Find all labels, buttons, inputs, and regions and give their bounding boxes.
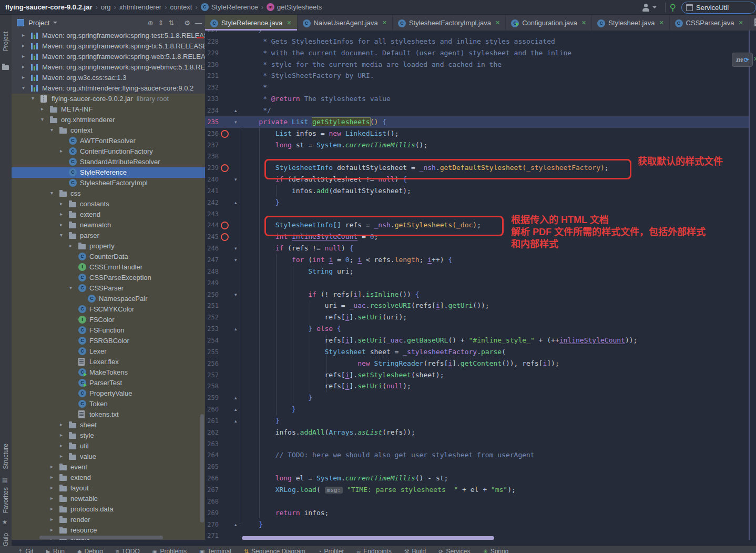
tree-item-org-xhtmlrenderer[interactable]: ▾org.xhtmlrenderer [12, 115, 205, 125]
stripe-favorites-button[interactable]: Favorites [2, 487, 9, 513]
fold-marker-icon[interactable]: ▾ [234, 289, 237, 300]
statusbar-item-services[interactable]: ⟳Services [438, 548, 470, 553]
tree-item-maven-org-springframework-spring-webmvc-5-1-8-release[interactable]: ▸Maven: org.springframework:spring-webmv… [12, 62, 205, 73]
tree-item-resource[interactable]: ▸resource [12, 525, 205, 536]
statusbar-item-spring[interactable]: ✳Spring [483, 548, 508, 553]
chevron-down-icon[interactable] [652, 6, 657, 8]
tree-item-maven-org-xhtmlrenderer-flying-saucer-core-9-0-2[interactable]: ▾Maven: org.xhtmlrenderer:flying-saucer-… [12, 83, 205, 94]
tree-item-awtfontresolver[interactable]: CAWTFontResolver [12, 136, 205, 146]
fold-marker-icon[interactable]: ▴ [234, 392, 237, 404]
statusbar-item-run[interactable]: ▶Run [46, 548, 65, 553]
stripe-structure-button[interactable]: Structure [2, 444, 9, 469]
line-number[interactable]: 259 [205, 392, 219, 404]
tree-item-layout[interactable]: ▸layout [12, 483, 205, 494]
close-icon[interactable]: ✕ [753, 55, 756, 63]
line-number[interactable]: 228 [205, 36, 219, 47]
tree-item-context[interactable]: ▾context [12, 125, 205, 136]
expand-all-icon[interactable]: ⇕ [158, 19, 164, 27]
line-number[interactable]: 252 [205, 311, 219, 323]
tree-item-fsfunction[interactable]: CFSFunction [12, 325, 205, 336]
fold-marker-icon[interactable]: ▾ [234, 243, 237, 254]
tree-item-csserrorhandler[interactable]: ICSSErrorHandler [12, 262, 205, 273]
tab-configuration-java[interactable]: CConfiguration.java✕ [506, 15, 592, 31]
tree-item-constants[interactable]: ▸constants [12, 199, 205, 209]
chevron-right-icon[interactable]: ▸ [22, 32, 25, 38]
breadcrumb-item-xhtmlrenderer[interactable]: xhtmlrenderer [119, 3, 161, 11]
chevron-right-icon[interactable]: ▸ [50, 527, 53, 532]
chevron-right-icon[interactable]: ▸ [50, 495, 53, 501]
tree-item-value[interactable]: ▸value [12, 451, 205, 462]
tree-item-contentfunctionfactory[interactable]: ▸CContentFunctionFactory [12, 146, 205, 157]
tree-item-property[interactable]: ▸property [12, 241, 205, 252]
tree-item-fscolor[interactable]: IFSColor [12, 315, 205, 325]
fold-marker-icon[interactable]: ▴ [234, 519, 237, 530]
statusbar-item-todo[interactable]: ≡TODO [116, 548, 140, 553]
tree-item-standardattributeresolver[interactable]: CStandardAttributeResolver [12, 157, 205, 167]
line-number[interactable]: 242 [205, 197, 219, 208]
tree-item-maven-org-springframework-spring-web-5-1-8-release[interactable]: ▸Maven: org.springframework:spring-web:5… [12, 52, 205, 62]
tree-vertical-scrollbar[interactable] [200, 414, 204, 522]
statusbar-item-endpoints[interactable]: ∞Endpoints [356, 548, 391, 553]
line-number[interactable]: 267 [205, 484, 219, 496]
breadcrumb-item-context[interactable]: context [170, 3, 192, 11]
editor-horizontal-scrollbar[interactable] [242, 536, 494, 540]
line-number[interactable]: 236 [205, 128, 219, 139]
tree-item-cssparseexception[interactable]: CCSSParseException [12, 273, 205, 283]
tab-naiveuseragent-java[interactable]: CNaiveUserAgent.java✕ [298, 15, 393, 31]
close-icon[interactable]: ✕ [287, 19, 291, 26]
line-number[interactable]: 235 [205, 116, 219, 128]
tree-item-stylesheetfactoryimpl[interactable]: CStylesheetFactoryImpl [12, 178, 205, 188]
tree-item-counterdata[interactable]: CCounterData [12, 252, 205, 262]
line-number[interactable]: 262 [205, 427, 219, 438]
tree-item-parser[interactable]: ▾parser [12, 230, 205, 241]
tree-item-stylereference[interactable]: CStyleReference [12, 167, 205, 178]
statusbar-item-problems[interactable]: ◉Problems [152, 548, 187, 553]
close-icon[interactable]: ✕ [495, 19, 500, 26]
maven-reload-widget[interactable]: m⟳ [732, 53, 753, 67]
tree-item-extend[interactable]: ▸extend [12, 472, 205, 483]
fold-marker-icon[interactable]: ▾ [234, 254, 237, 266]
statusbar-item-git[interactable]: ⇡Git [18, 548, 34, 553]
tree-item-event[interactable]: ▸event [12, 462, 205, 472]
close-icon[interactable]: ✕ [659, 19, 663, 26]
statusbar-item-sequence-diagram[interactable]: ⇅Sequence Diagram [244, 548, 305, 553]
tree-item-newtable[interactable]: ▸newtable [12, 494, 205, 504]
line-number[interactable]: 240 [205, 174, 219, 185]
tree-horizontal-scrollbar[interactable] [39, 536, 163, 539]
tree-item-render[interactable]: ▸render [12, 515, 205, 525]
tree-item-propertyvalue[interactable]: CPropertyValue [12, 388, 205, 399]
line-number[interactable]: 256 [205, 358, 219, 369]
line-number[interactable]: 253 [205, 323, 219, 335]
fold-marker-icon[interactable]: ▾ [234, 174, 237, 185]
fold-marker-icon[interactable]: ▴ [234, 415, 237, 427]
chevron-right-icon[interactable]: ▸ [60, 211, 63, 217]
chevron-right-icon[interactable]: ▸ [41, 106, 44, 112]
tree-item-util[interactable]: ▸util [12, 441, 205, 451]
line-number[interactable]: 255 [205, 346, 219, 358]
line-number[interactable]: 250 [205, 289, 219, 300]
tree-item-parsertest[interactable]: CParserTest [12, 378, 205, 388]
tree-item-css[interactable]: ▾css [12, 188, 205, 199]
chevron-right-icon[interactable]: ▸ [60, 200, 63, 206]
line-number[interactable]: 232 [205, 82, 219, 93]
chevron-right-icon[interactable]: ▸ [50, 506, 53, 511]
tree-item-fsrgbcolor[interactable]: CFSRGBColor [12, 336, 205, 346]
chevron-right-icon[interactable]: ▸ [50, 474, 53, 480]
breadcrumb-item-stylereference[interactable]: CStyleReference [201, 3, 258, 11]
user-icon[interactable] [642, 3, 650, 12]
chevron-right-icon[interactable]: ▸ [50, 464, 53, 469]
fold-marker-icon[interactable]: ▾ [234, 116, 237, 128]
line-number[interactable]: 239 [205, 162, 219, 174]
tab-xhtmlrenderer-conf[interactable]: xhtmlrenderer.conf✕ [749, 15, 756, 31]
line-number[interactable]: 271 [205, 530, 219, 540]
code-editor[interactable]: 227 /**228 * Gets StylesheetInfos for al… [205, 31, 756, 540]
chevron-right-icon[interactable]: ▸ [69, 243, 72, 248]
chevron-right-icon[interactable]: ▸ [60, 432, 63, 438]
build-hammer-icon[interactable]: ⚲ [670, 2, 676, 13]
line-number[interactable]: 264 [205, 449, 219, 461]
tree-item-sheet[interactable]: ▸sheet [12, 420, 205, 430]
tab-stylesheet-java[interactable]: CStylesheet.java✕ [592, 15, 669, 31]
line-number[interactable]: 268 [205, 496, 219, 507]
close-icon[interactable]: ✕ [738, 19, 743, 26]
tree-item-lexer-flex[interactable]: Lexer.flex [12, 357, 205, 367]
